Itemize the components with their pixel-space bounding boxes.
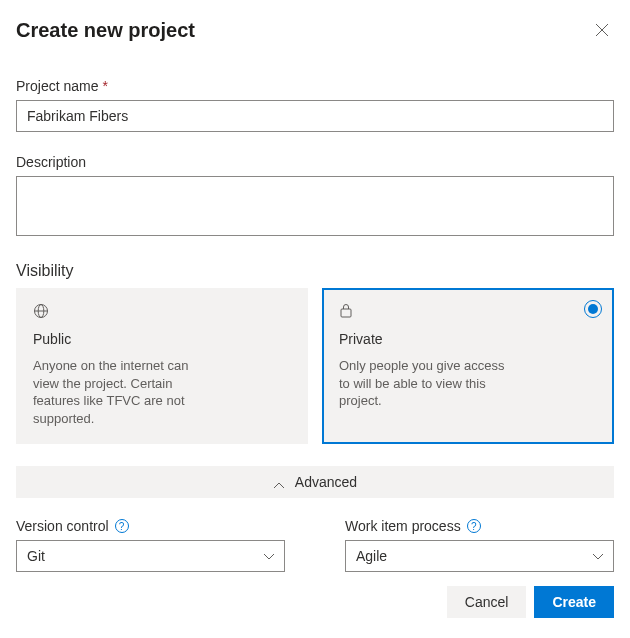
dialog-header: Create new project <box>16 18 614 42</box>
work-item-process-select[interactable]: Agile <box>345 540 614 572</box>
project-name-label-text: Project name <box>16 78 98 94</box>
work-item-process-label-text: Work item process <box>345 518 461 534</box>
public-title: Public <box>33 331 291 347</box>
chevron-up-icon <box>273 477 283 487</box>
public-desc: Anyone on the internet can view the proj… <box>33 357 208 427</box>
visibility-label: Visibility <box>16 262 614 280</box>
advanced-toggle[interactable]: Advanced <box>16 466 614 498</box>
lock-icon <box>339 303 597 323</box>
svg-rect-3 <box>341 309 351 317</box>
required-asterisk: * <box>102 78 107 94</box>
private-title: Private <box>339 331 597 347</box>
close-icon <box>595 23 609 37</box>
project-name-input[interactable] <box>16 100 614 132</box>
visibility-card-private[interactable]: Private Only people you give access to w… <box>322 288 614 444</box>
work-item-process-label: Work item process ? <box>345 518 614 534</box>
close-button[interactable] <box>590 18 614 42</box>
private-desc: Only people you give access to will be a… <box>339 357 514 410</box>
work-item-process-value: Agile <box>356 548 387 564</box>
version-control-label: Version control ? <box>16 518 285 534</box>
advanced-label: Advanced <box>295 474 357 490</box>
globe-icon <box>33 303 291 323</box>
description-field: Description <box>16 154 614 240</box>
info-icon[interactable]: ? <box>467 519 481 533</box>
work-item-process-field: Work item process ? Agile <box>345 518 614 572</box>
project-name-field: Project name * <box>16 78 614 132</box>
dialog-footer: Cancel Create <box>447 586 614 618</box>
visibility-options: Public Anyone on the internet can view t… <box>16 288 614 444</box>
description-label: Description <box>16 154 614 170</box>
version-control-field: Version control ? Git <box>16 518 285 572</box>
visibility-section: Visibility Public Anyone on the internet… <box>16 262 614 444</box>
radio-selected-icon <box>584 300 602 318</box>
advanced-section: Version control ? Git Work item process … <box>16 518 614 572</box>
visibility-card-public[interactable]: Public Anyone on the internet can view t… <box>16 288 308 444</box>
cancel-button[interactable]: Cancel <box>447 586 527 618</box>
info-icon[interactable]: ? <box>115 519 129 533</box>
version-control-label-text: Version control <box>16 518 109 534</box>
version-control-select[interactable]: Git <box>16 540 285 572</box>
version-control-value: Git <box>27 548 45 564</box>
create-button[interactable]: Create <box>534 586 614 618</box>
dialog-title: Create new project <box>16 19 195 42</box>
description-input[interactable] <box>16 176 614 236</box>
project-name-label: Project name * <box>16 78 614 94</box>
